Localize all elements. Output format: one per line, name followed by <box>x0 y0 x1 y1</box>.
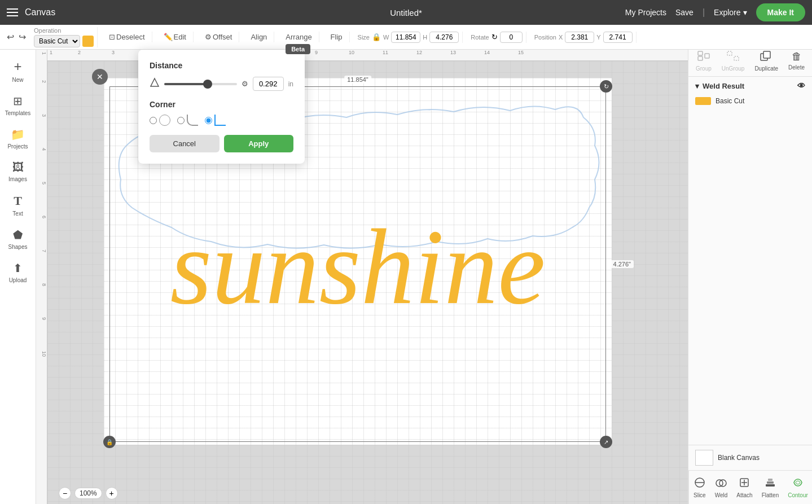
collapse-icon[interactable]: ▾ <box>695 82 699 90</box>
position-group: Position X Y <box>531 32 637 43</box>
explore-label: Explore <box>714 8 740 17</box>
new-icon: + <box>14 59 21 74</box>
slice-button[interactable]: Slice <box>689 475 710 501</box>
flip-button[interactable]: Flip <box>327 32 346 42</box>
make-it-button[interactable]: Make It <box>756 3 805 21</box>
save-button[interactable]: Save <box>675 8 694 17</box>
offset-icon: ⚙ <box>205 33 212 41</box>
color-swatch[interactable] <box>82 36 94 47</box>
layer-item-basic-cut[interactable]: Basic Cut <box>695 95 805 107</box>
corner-options <box>150 115 293 126</box>
ungroup-button[interactable]: UnGroup <box>722 51 745 72</box>
operation-label: Operation <box>34 27 94 34</box>
width-input[interactable] <box>391 32 420 43</box>
sidebar-label-templates: Templates <box>5 110 31 116</box>
svg-rect-12 <box>766 484 775 487</box>
arrange-button[interactable]: Arrange <box>282 32 315 42</box>
svg-rect-2 <box>705 54 709 58</box>
weld-button[interactable]: Weld <box>710 475 732 501</box>
align-group: Align <box>244 32 274 42</box>
corner-round-radio[interactable] <box>150 117 157 124</box>
corner-label: Corner <box>150 100 293 109</box>
upload-icon: ⬆ <box>13 261 23 275</box>
lock-handle[interactable]: 🔒 <box>103 436 116 448</box>
align-button[interactable]: Align <box>247 32 270 42</box>
size-group: Size 🔒 W H <box>354 32 463 43</box>
explore-button[interactable]: Explore ▾ <box>714 8 747 17</box>
delete-button[interactable]: 🗑 Delete <box>788 51 805 72</box>
edit-button[interactable]: ✏️ Edit <box>160 32 190 42</box>
group-label: Group <box>696 65 712 72</box>
ungroup-icon <box>727 51 739 64</box>
corner-curved-radio[interactable] <box>177 117 185 124</box>
height-input[interactable] <box>429 32 459 43</box>
offset-label: Offset <box>213 33 232 41</box>
templates-icon: ⊞ <box>13 94 23 108</box>
sidebar-item-projects[interactable]: 📁 Projects <box>1 123 35 154</box>
ruler-vertical: 1 2 3 4 5 6 7 8 9 10 <box>36 50 47 504</box>
topbar-right-actions: My Projects Save | Explore ▾ Make It <box>625 3 805 21</box>
edit-group: ✏️ Edit <box>157 32 194 42</box>
redo-button[interactable]: ↪ <box>19 32 26 42</box>
offset-button[interactable]: ⚙ Offset <box>201 32 235 42</box>
corner-section: Corner <box>150 100 293 126</box>
distance-value-input[interactable] <box>253 77 284 91</box>
flatten-icon <box>765 477 776 491</box>
rotate-label: Rotate <box>471 34 489 41</box>
width-label: W <box>383 34 389 41</box>
delete-handle[interactable]: ✕ <box>92 69 108 85</box>
my-projects-button[interactable]: My Projects <box>625 8 666 17</box>
corner-curved-option[interactable] <box>177 115 198 126</box>
y-input[interactable] <box>603 32 633 43</box>
duplicate-button[interactable]: Duplicate <box>754 51 778 72</box>
menu-button[interactable] <box>7 8 18 16</box>
rotate-input[interactable] <box>500 32 523 43</box>
sidebar-item-templates[interactable]: ⊞ Templates <box>1 90 35 121</box>
sidebar-item-text[interactable]: T Text <box>1 189 35 221</box>
svg-rect-13 <box>767 481 774 484</box>
corner-sharp-radio[interactable] <box>205 117 212 124</box>
resize-handle[interactable]: ↗ <box>600 436 612 448</box>
blank-canvas-item: Blank Canvas <box>688 445 812 470</box>
contour-label: Contour <box>788 492 808 498</box>
operation-group: Operation Basic Cut <box>30 27 98 47</box>
sidebar-label-new: New <box>12 77 23 83</box>
group-button[interactable]: Group <box>696 51 712 72</box>
attach-button[interactable]: Attach <box>732 475 757 501</box>
beta-badge: Beta <box>286 44 310 54</box>
deselect-icon: ⊡ <box>109 33 115 41</box>
sidebar-item-images[interactable]: 🖼 Images <box>1 156 35 187</box>
distance-min-icon <box>150 77 160 90</box>
undo-button[interactable]: ↩ <box>7 32 14 42</box>
svg-rect-14 <box>768 479 773 481</box>
cancel-button[interactable]: Cancel <box>150 135 220 152</box>
operation-select[interactable]: Basic Cut <box>34 35 80 47</box>
corner-round-option[interactable] <box>150 115 170 126</box>
deselect-label: Deselect <box>116 33 145 41</box>
sidebar-item-new[interactable]: + New <box>1 54 35 87</box>
flatten-button[interactable]: Flatten <box>757 475 784 501</box>
arrange-group: Arrange <box>279 32 319 42</box>
document-title: Untitled* <box>390 8 422 17</box>
deselect-group: ⊡ Deselect <box>102 32 152 42</box>
zoom-in-button[interactable]: + <box>106 487 118 499</box>
zoom-out-button[interactable]: − <box>59 487 71 499</box>
size-lock-icon[interactable]: 🔒 <box>372 33 381 41</box>
svg-rect-1 <box>698 56 703 60</box>
rotate-handle[interactable]: ↻ <box>600 80 612 93</box>
corner-sharp-option[interactable] <box>205 115 226 126</box>
apply-button[interactable]: Apply <box>224 135 294 152</box>
distance-slider-container <box>164 83 237 85</box>
svg-rect-0 <box>698 51 703 55</box>
duplicate-icon <box>760 51 773 64</box>
corner-round-icon <box>159 115 170 126</box>
x-input[interactable] <box>565 32 594 43</box>
visibility-icon[interactable]: 👁 <box>797 81 805 90</box>
distance-max-icon: ⚙ <box>242 80 248 88</box>
sidebar-item-shapes[interactable]: ⬟ Shapes <box>1 223 35 255</box>
distance-slider-thumb[interactable] <box>203 80 212 89</box>
flip-group: Flip <box>324 32 350 42</box>
contour-button[interactable]: Contour <box>783 475 812 501</box>
deselect-button[interactable]: ⊡ Deselect <box>106 32 148 42</box>
sidebar-item-upload[interactable]: ⬆ Upload <box>1 257 35 288</box>
